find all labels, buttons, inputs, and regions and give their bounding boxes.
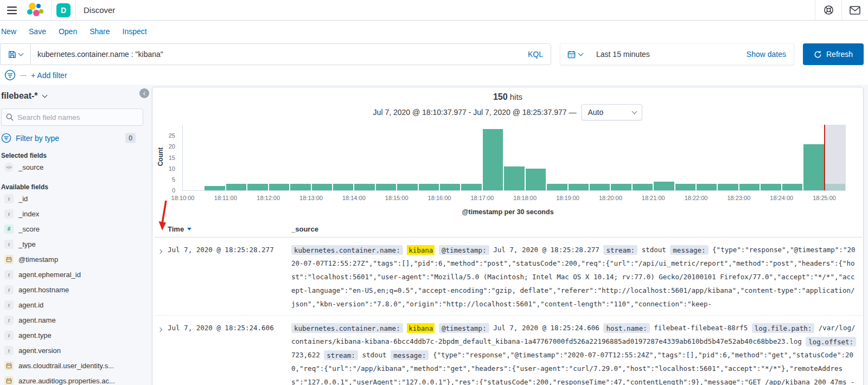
filter-by-type-label: Filter by type — [16, 134, 59, 143]
time-column-header[interactable]: Time — [168, 225, 291, 233]
sort-descending-icon[interactable] — [187, 228, 192, 230]
string-field-icon: t — [4, 194, 14, 203]
field-item-_type[interactable]: t_type — [1, 236, 143, 252]
string-field-icon: t — [4, 346, 14, 355]
date-picker: Last 15 minutes Show dates — [560, 43, 794, 65]
field-item-agent.type[interactable]: tagent.type — [1, 328, 143, 343]
histogram-bar[interactable] — [419, 184, 439, 190]
page-title: Discover — [84, 5, 115, 15]
histogram-plot-area — [183, 125, 846, 190]
histogram-bar[interactable] — [397, 184, 417, 190]
filter-icon[interactable] — [4, 69, 16, 81]
nav-link-open[interactable]: Open — [59, 27, 77, 36]
field-item-azure.auditlogs.properties.ac...[interactable]: azure.auditlogs.properties.ac... — [1, 373, 143, 385]
query-input-container: KQL — [30, 43, 551, 65]
time-range-value[interactable]: Last 15 minutes — [596, 50, 650, 59]
field-name: _index — [18, 210, 39, 218]
histogram-bar[interactable] — [269, 184, 289, 190]
interval-select[interactable]: Auto — [582, 104, 642, 120]
histogram-bar[interactable] — [461, 184, 481, 190]
x-axis-tick-label: 18:15:00 — [385, 195, 409, 201]
histogram-bar[interactable] — [440, 184, 460, 190]
y-axis-tick-label: 5 — [172, 176, 175, 183]
field-item-agent.ephemeral_id[interactable]: tagent.ephemeral_id — [1, 267, 143, 282]
histogram-bar[interactable] — [803, 144, 824, 190]
field-item-_source[interactable]: </>_source — [1, 159, 143, 175]
refresh-button[interactable]: Refresh — [803, 43, 864, 65]
field-name: agent.version — [18, 347, 61, 355]
fields-sidebar: filebeat-* Filter by type 0 Selected fie… — [0, 87, 148, 385]
histogram-chart: Count 0510152025 18:10:0018:11:0018:12:0… — [182, 125, 846, 191]
show-dates-button[interactable]: Show dates — [739, 50, 794, 59]
histogram-bar[interactable] — [376, 184, 396, 190]
field-item-_id[interactable]: t_id — [1, 191, 143, 206]
field-item-agent.name[interactable]: tagent.name — [1, 312, 143, 328]
x-axis-tick-label: 18:25:00 — [813, 195, 836, 201]
calendar-dropdown-button[interactable] — [560, 50, 590, 59]
menu-hamburger-icon[interactable] — [0, 6, 24, 15]
histogram-bar[interactable] — [782, 184, 802, 190]
histogram-bar[interactable] — [675, 184, 695, 190]
x-axis-tick-label: 18:16:00 — [428, 195, 451, 201]
date-field-icon — [4, 361, 14, 370]
saved-query-button[interactable] — [0, 43, 30, 65]
field-search-input[interactable] — [17, 113, 138, 121]
mail-icon[interactable] — [842, 0, 868, 21]
field-item-agent.hostname[interactable]: tagent.hostname — [1, 282, 143, 297]
string-field-icon: t — [4, 300, 14, 310]
x-axis-tick-label: 18:21:00 — [642, 195, 665, 201]
histogram-bar[interactable] — [290, 184, 310, 190]
histogram-bar[interactable] — [312, 184, 332, 190]
space-avatar-badge[interactable]: D — [56, 3, 71, 17]
histogram-bar[interactable] — [504, 166, 524, 190]
index-pattern-selector[interactable]: filebeat-* — [1, 88, 143, 103]
histogram-bar[interactable] — [611, 184, 631, 190]
histogram-bar[interactable] — [761, 184, 781, 190]
expand-row-toggle[interactable] — [155, 243, 168, 311]
elastic-logo[interactable] — [27, 3, 43, 18]
histogram-bar[interactable] — [247, 184, 267, 190]
histogram-bar[interactable] — [547, 184, 567, 190]
histogram-bar[interactable] — [697, 184, 717, 190]
nav-link-save[interactable]: Save — [29, 27, 46, 36]
histogram-bar[interactable] — [483, 129, 503, 190]
field-item-_index[interactable]: t_index — [1, 206, 143, 221]
document-time: Jul 7, 2020 @ 18:25:24.606 — [168, 321, 291, 385]
field-item-_score[interactable]: #_score — [1, 221, 143, 236]
string-field-icon: t — [4, 285, 14, 294]
add-filter-button[interactable]: + Add filter — [31, 71, 67, 80]
expand-row-toggle[interactable] — [155, 321, 168, 385]
field-item-@timestamp[interactable]: @timestamp — [1, 252, 143, 267]
histogram-bar[interactable] — [205, 186, 225, 190]
field-item-agent.version[interactable]: tagent.version — [1, 343, 143, 358]
histogram-bar[interactable] — [226, 184, 246, 190]
filter-by-type-button[interactable]: Filter by type 0 — [1, 133, 143, 143]
time-column-label: Time — [168, 225, 184, 233]
search-query-input[interactable] — [31, 50, 520, 59]
histogram-bar[interactable] — [590, 184, 610, 190]
help-icon[interactable] — [815, 0, 841, 21]
histogram-bar[interactable] — [739, 184, 760, 190]
nav-link-inspect[interactable]: Inspect — [123, 27, 147, 36]
string-field-icon: t — [4, 240, 14, 249]
histogram-bar[interactable] — [633, 184, 653, 190]
available-fields-list: t_idt_index#_scoret_type@timestamptagent… — [1, 191, 143, 385]
sidebar-collapse-button[interactable] — [139, 88, 149, 98]
kql-language-button[interactable]: KQL — [520, 50, 551, 59]
calendar-icon — [567, 50, 576, 59]
kibana-discover-app: D Discover NewSaveOpenShareInspect KQL — [0, 0, 868, 385]
histogram-bar[interactable] — [333, 184, 353, 190]
nav-link-new[interactable]: New — [1, 27, 16, 36]
source-field-badge: stream: — [603, 245, 637, 255]
source-field-badge: log.offset: — [806, 337, 856, 347]
histogram-bar[interactable] — [354, 184, 374, 190]
nav-link-share[interactable]: Share — [90, 27, 110, 36]
time-range-display: Jul 7, 2020 @ 18:10:37.977 - Jul 7, 2020… — [373, 108, 577, 117]
histogram-bar[interactable] — [569, 184, 589, 190]
field-item-aws.cloudtrail.user_identity.s...[interactable]: aws.cloudtrail.user_identity.s... — [1, 358, 143, 373]
histogram-bar[interactable] — [526, 169, 546, 190]
chevron-down-icon — [632, 109, 637, 114]
histogram-bar[interactable] — [718, 184, 738, 190]
field-item-agent.id[interactable]: tagent.id — [1, 297, 143, 312]
histogram-bar[interactable] — [654, 182, 674, 190]
